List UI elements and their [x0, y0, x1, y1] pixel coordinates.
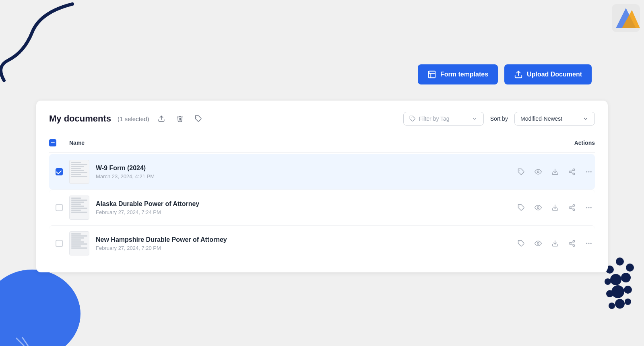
svg-point-43	[586, 207, 587, 208]
doc-tag-icon-3	[518, 240, 525, 247]
doc-share-btn-1[interactable]	[566, 166, 578, 178]
svg-point-45	[590, 207, 592, 208]
doc-tag-btn-2[interactable]	[515, 202, 527, 214]
doc-thumbnail-3	[69, 231, 89, 255]
doc-date-2: February 27, 2024, 7:24 PM	[96, 209, 514, 215]
doc-share-btn-3[interactable]	[566, 237, 578, 249]
doc-more-btn-3[interactable]	[583, 237, 595, 249]
doc-more-icon-3	[585, 240, 592, 247]
svg-rect-15	[612, 4, 640, 32]
doc-share-btn-2[interactable]	[566, 202, 578, 214]
form-templates-button[interactable]: Form templates	[418, 64, 498, 84]
svg-line-31	[571, 170, 573, 171]
doc-more-icon-1	[585, 168, 592, 175]
doc-share-icon-2	[568, 204, 576, 211]
svg-point-25	[537, 171, 539, 173]
svg-marker-17	[622, 10, 640, 28]
svg-point-55	[588, 243, 590, 244]
table-header: Name Actions	[49, 135, 595, 152]
toolbar-left: My documents (1 selected)	[49, 113, 204, 125]
header-actions: Form templates Upload Document	[418, 64, 592, 84]
svg-point-10	[624, 286, 632, 294]
table-row: W-9 Form (2024) March 23, 2024, 4:21 PM	[49, 154, 595, 189]
table-row: New Hampshire Durable Power of Attorney …	[49, 225, 595, 261]
doc-more-btn-2[interactable]	[583, 202, 595, 214]
toolbar-upload-icon	[158, 115, 165, 122]
form-templates-icon	[427, 70, 436, 79]
doc-date-1: March 23, 2024, 4:21 PM	[96, 173, 514, 179]
svg-point-32	[586, 171, 587, 173]
svg-point-9	[611, 285, 624, 298]
doc-more-btn-1[interactable]	[583, 166, 595, 178]
row-checkbox-1[interactable]	[56, 168, 63, 175]
doc-actions-2	[514, 202, 595, 214]
filter-tag-icon	[409, 115, 416, 122]
svg-point-3	[616, 257, 624, 266]
col-actions-header: Actions	[514, 140, 595, 146]
bg-squiggle	[0, 0, 89, 93]
doc-tag-btn-3[interactable]	[515, 237, 527, 249]
svg-point-14	[625, 299, 631, 305]
doc-share-icon-3	[568, 240, 576, 247]
page-title: My documents	[49, 113, 111, 124]
svg-point-36	[537, 207, 539, 209]
col-name-header: Name	[69, 140, 514, 146]
doc-view-icon-2	[535, 204, 542, 211]
svg-point-33	[588, 171, 590, 173]
row-checkbox-2[interactable]	[56, 204, 63, 211]
svg-line-30	[571, 172, 573, 173]
doc-info-2: Alaska Durable Power of Attorney Februar…	[96, 200, 514, 215]
doc-share-icon-1	[568, 168, 576, 175]
doc-download-icon-1	[551, 168, 559, 175]
toolbar-upload-button[interactable]	[155, 113, 167, 125]
toolbar-tag-button[interactable]	[192, 113, 204, 125]
svg-line-42	[571, 206, 573, 207]
sort-dropdown[interactable]: Modified-Newest	[514, 112, 595, 126]
toolbar-delete-icon	[176, 115, 184, 122]
doc-download-btn-2[interactable]	[549, 202, 561, 214]
svg-point-0	[0, 270, 80, 346]
svg-point-34	[590, 171, 592, 173]
doc-name-1: W-9 Form (2024)	[96, 165, 514, 172]
doc-thumbnail-2	[69, 196, 89, 220]
toolbar-tag-icon	[195, 115, 202, 122]
doc-more-icon-2	[585, 204, 592, 211]
doc-actions-1	[514, 166, 595, 178]
svg-line-53	[571, 242, 573, 243]
sort-chevron-icon	[582, 115, 589, 122]
toolbar-delete-button[interactable]	[174, 113, 186, 125]
select-all-checkbox[interactable]	[49, 139, 56, 146]
svg-line-1	[16, 338, 24, 346]
doc-name-2: Alaska Durable Power of Attorney	[96, 200, 514, 208]
table-row: Alaska Durable Power of Attorney Februar…	[49, 189, 595, 225]
doc-info-3: New Hampshire Durable Power of Attorney …	[96, 236, 514, 251]
svg-point-4	[626, 264, 634, 272]
doc-info-1: W-9 Form (2024) March 23, 2024, 4:21 PM	[96, 165, 514, 179]
main-panel: My documents (1 selected)	[36, 101, 608, 272]
doc-thumbnail-1	[69, 160, 89, 184]
selected-count: (1 selected)	[118, 115, 149, 122]
svg-point-8	[605, 278, 611, 285]
svg-point-56	[590, 243, 592, 244]
svg-point-47	[537, 243, 539, 245]
upload-document-button[interactable]: Upload Document	[504, 64, 592, 84]
filter-dropdown[interactable]: Filter by Tag	[403, 112, 484, 126]
row-checkbox-3[interactable]	[56, 240, 63, 247]
svg-marker-16	[616, 8, 636, 28]
svg-line-41	[571, 208, 573, 209]
sort-value: Modified-Newest	[520, 115, 579, 122]
upload-icon	[514, 70, 523, 79]
doc-view-btn-3[interactable]	[532, 237, 544, 249]
doc-tag-icon-2	[518, 204, 525, 211]
doc-actions-3	[514, 237, 595, 249]
doc-date-3: February 27, 2024, 7:20 PM	[96, 245, 514, 251]
svg-point-13	[609, 303, 615, 309]
doc-tag-btn-1[interactable]	[515, 166, 527, 178]
svg-point-12	[615, 299, 625, 309]
doc-view-btn-1[interactable]	[532, 166, 544, 178]
document-list: W-9 Form (2024) March 23, 2024, 4:21 PM	[49, 154, 595, 261]
doc-download-btn-3[interactable]	[549, 237, 561, 249]
svg-point-6	[610, 274, 621, 285]
doc-download-btn-1[interactable]	[549, 166, 561, 178]
doc-view-btn-2[interactable]	[532, 202, 544, 214]
